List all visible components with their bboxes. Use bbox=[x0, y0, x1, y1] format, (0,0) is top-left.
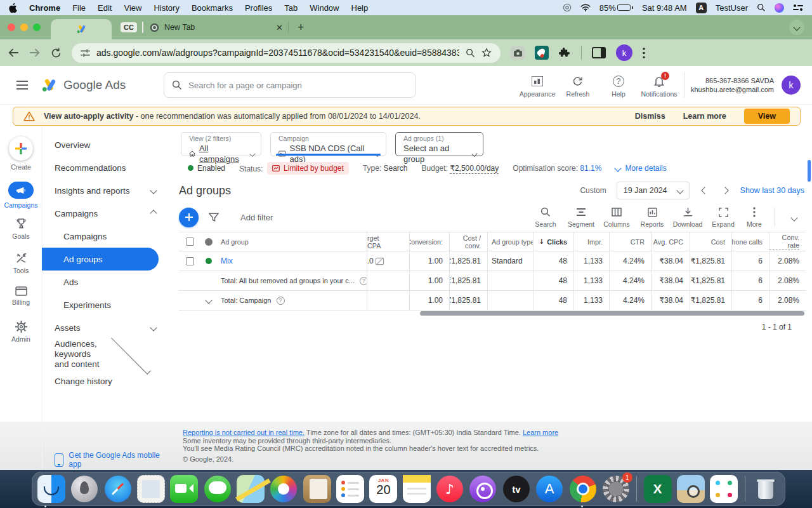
vertical-scrollbar-thumb[interactable] bbox=[808, 160, 811, 182]
next-date-button[interactable] bbox=[720, 186, 730, 195]
menu-bookmarks[interactable]: Bookmarks bbox=[192, 3, 233, 13]
header-target-cpa[interactable]: rget CPA bbox=[367, 232, 409, 251]
adgroup-filter-chip[interactable]: Ad groups (1) Select an ad group bbox=[395, 132, 483, 156]
url-text[interactable]: ads.google.com/aw/adgroups?campaignId=20… bbox=[96, 48, 459, 58]
dock-podcasts-icon[interactable] bbox=[469, 475, 497, 503]
header-impr[interactable]: Impr. bbox=[573, 232, 609, 251]
appearance-button[interactable]: Appearance bbox=[519, 73, 556, 98]
dock-maps-icon[interactable] bbox=[237, 475, 265, 503]
dock-facetime-icon[interactable] bbox=[170, 475, 198, 503]
sidebar-item-change-history[interactable]: Change history bbox=[42, 370, 169, 392]
ads-search-box[interactable]: Search for a page or campaign bbox=[164, 72, 416, 98]
dock-excel-icon[interactable]: X bbox=[644, 475, 672, 503]
help-button[interactable]: ? Help bbox=[600, 73, 637, 98]
dock-contacts-icon[interactable] bbox=[303, 475, 331, 503]
row-checkbox-cell[interactable] bbox=[179, 251, 200, 271]
extension-camera-icon[interactable] bbox=[511, 46, 525, 59]
previous-date-button[interactable] bbox=[700, 186, 710, 195]
more-button[interactable]: More bbox=[742, 206, 767, 228]
refresh-button[interactable]: Refresh bbox=[560, 73, 596, 98]
control-center-icon[interactable] bbox=[793, 4, 803, 11]
header-avg-cpc[interactable]: Avg. CPC bbox=[651, 232, 690, 251]
filter-funnel-icon[interactable] bbox=[209, 213, 219, 222]
realtime-link[interactable]: Reporting is not carried out in real tim… bbox=[183, 429, 304, 436]
dock-notes-icon[interactable] bbox=[403, 475, 431, 503]
dock-music-icon[interactable]: ♪ bbox=[436, 475, 464, 503]
horizontal-scrollbar[interactable] bbox=[420, 311, 804, 316]
dock-chrome-icon[interactable] bbox=[569, 475, 597, 503]
sidebar-item-audiences[interactable]: Audiences, keywords and content bbox=[42, 339, 169, 370]
learn-more-link[interactable]: Learn more bbox=[523, 429, 558, 436]
mobile-app-link[interactable]: Get the Google Ads mobile app bbox=[55, 451, 169, 469]
menu-window[interactable]: Window bbox=[310, 3, 339, 13]
reports-button[interactable]: Reports bbox=[635, 206, 669, 228]
learn-more-button[interactable]: Learn more bbox=[683, 112, 726, 121]
zoom-window-button[interactable] bbox=[33, 23, 41, 31]
spotlight-icon[interactable] bbox=[757, 3, 766, 12]
row-checkbox[interactable] bbox=[186, 257, 194, 265]
sidebar-item-ad-groups[interactable]: Ad groups bbox=[42, 248, 159, 271]
menu-help[interactable]: Help bbox=[351, 3, 369, 13]
sidebar-item-experiments[interactable]: Experiments bbox=[42, 293, 169, 316]
dock-reminders-icon[interactable] bbox=[336, 475, 364, 503]
total-campaign-expander[interactable] bbox=[200, 291, 217, 311]
menu-tab[interactable]: Tab bbox=[284, 3, 298, 13]
dock-safari-icon[interactable] bbox=[104, 475, 132, 503]
more-details-button[interactable]: More details bbox=[615, 164, 666, 173]
rail-item-tools[interactable]: Tools bbox=[0, 252, 42, 274]
campaign-filter-chip[interactable]: Campaign SSB NDA CDS (Call ads) bbox=[270, 132, 386, 156]
dock-launchpad-icon[interactable] bbox=[70, 475, 98, 503]
tab-close-icon[interactable]: ✕ bbox=[276, 23, 283, 32]
date-range-selector[interactable]: 19 Jan 2024 bbox=[617, 182, 690, 199]
limited-by-budget-badge[interactable]: Limited by budget bbox=[267, 162, 349, 175]
dock-appletv-icon[interactable]: tv bbox=[502, 475, 530, 503]
tab-search-chevron-icon[interactable] bbox=[789, 20, 804, 35]
rail-item-goals[interactable]: Goals bbox=[0, 218, 42, 240]
dock-messages-icon[interactable] bbox=[204, 475, 232, 503]
sidebar-item-overview[interactable]: Overview bbox=[42, 133, 169, 156]
sidebar-item-recommendations[interactable]: Recommendations bbox=[42, 156, 169, 179]
apple-menu-icon[interactable] bbox=[9, 3, 17, 13]
add-filter-button[interactable]: Add filter bbox=[240, 213, 273, 222]
segment-button[interactable]: Segment bbox=[564, 206, 598, 228]
rail-item-create[interactable]: Create bbox=[0, 137, 42, 171]
sidebar-item-campaigns[interactable]: Campaigns bbox=[42, 225, 169, 248]
side-panel-icon[interactable] bbox=[592, 47, 606, 58]
dismiss-button[interactable]: Dismiss bbox=[635, 112, 665, 121]
header-clicks[interactable]: ↓Clicks bbox=[533, 232, 573, 251]
header-cost-conv[interactable]: Cost / conv. bbox=[449, 232, 487, 251]
header-ad-group-type[interactable]: Ad group type bbox=[487, 232, 533, 251]
input-source-icon[interactable]: A bbox=[696, 3, 707, 13]
dock-appstore-icon[interactable]: A bbox=[535, 475, 563, 503]
show-last-30-days-link[interactable]: Show last 30 days bbox=[740, 186, 804, 195]
extensions-puzzle-icon[interactable] bbox=[559, 47, 571, 59]
view-filter-chip[interactable]: View (2 filters) All campaigns bbox=[181, 132, 261, 156]
dock-settings-icon[interactable]: 1 bbox=[602, 475, 630, 503]
siri-icon[interactable] bbox=[775, 3, 784, 13]
help-circle-icon[interactable]: ? bbox=[360, 277, 367, 285]
extension-rocket-icon[interactable] bbox=[535, 46, 549, 60]
dock-slack-icon[interactable] bbox=[710, 475, 738, 503]
dock-finder-icon[interactable] bbox=[37, 475, 65, 503]
download-button[interactable]: Download bbox=[671, 206, 705, 228]
dock-preview-icon[interactable] bbox=[677, 475, 705, 503]
select-all-checkbox[interactable] bbox=[186, 237, 194, 246]
bookmark-star-icon[interactable] bbox=[481, 48, 492, 58]
wifi-icon[interactable] bbox=[580, 4, 591, 11]
hamburger-menu-icon[interactable] bbox=[16, 81, 28, 90]
collapse-toolbar-chevron[interactable] bbox=[783, 211, 806, 223]
menubar-user[interactable]: TestUser bbox=[716, 3, 748, 13]
account-info[interactable]: 865-367-8366 SAVDA khushbu.arete@gmail.c… bbox=[691, 76, 774, 94]
add-ad-group-button[interactable] bbox=[179, 208, 199, 227]
row-ad-group-name[interactable]: Mix bbox=[217, 251, 367, 271]
view-button[interactable]: View bbox=[744, 109, 790, 124]
sidebar-item-insights[interactable]: Insights and reports bbox=[42, 179, 169, 202]
reload-button[interactable] bbox=[51, 48, 62, 58]
sidebar-item-ads[interactable]: Ads bbox=[42, 271, 169, 293]
tab-google-ads[interactable] bbox=[51, 19, 112, 39]
browser-menu-icon[interactable] bbox=[643, 48, 645, 58]
back-button[interactable] bbox=[8, 48, 19, 58]
screen-record-icon[interactable] bbox=[563, 3, 572, 12]
header-conv-rate[interactable]: Conv. rate bbox=[769, 232, 806, 251]
expand-button[interactable]: More Expand bbox=[706, 206, 740, 228]
